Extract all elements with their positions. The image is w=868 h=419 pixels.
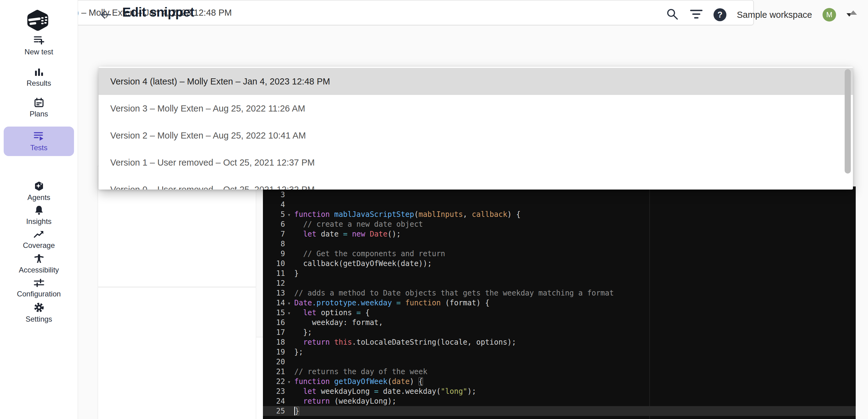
help-icon[interactable]: ? — [713, 8, 726, 21]
code-line-21[interactable]: 21// returns the day of the week — [263, 367, 856, 377]
dropdown-scrollbar[interactable] — [845, 69, 851, 174]
sidebar-item-agents[interactable]: Agents — [0, 181, 78, 202]
code-line-14[interactable]: 14▾Date.prototype.weekday = function (fo… — [263, 298, 856, 308]
sidebar-item-label: Agents — [27, 193, 50, 202]
code-line-12[interactable]: 12 — [263, 278, 856, 288]
code-line-13[interactable]: 13// adds a method to Date objects that … — [263, 288, 856, 298]
version-dropdown: Version 4 (latest) – Molly Exten – Jan 4… — [99, 67, 853, 189]
code-line-6[interactable]: 6 // create a new date object — [263, 219, 856, 229]
fold-arrow-icon[interactable]: ▾ — [287, 377, 290, 387]
plans-icon — [34, 98, 44, 108]
sidebar-item-tests[interactable]: Tests — [0, 131, 78, 152]
workspace-name[interactable]: Sample workspace — [737, 10, 812, 20]
mabl-logo-icon[interactable] — [26, 9, 50, 33]
sidebar-item-settings[interactable]: Settings — [0, 302, 78, 324]
line-number: 17 — [263, 327, 285, 337]
code-line-9[interactable]: 9 // Get the components and return — [263, 249, 856, 259]
line-number: 11 — [263, 268, 285, 278]
line-number: 24 — [263, 396, 285, 406]
version-option-1[interactable]: Version 1 – User removed – Oct 25, 2021 … — [99, 149, 853, 176]
code-line-25[interactable]: 25} — [263, 406, 856, 416]
code-text: }; — [294, 327, 312, 337]
code-text: } — [294, 268, 299, 278]
version-option-4[interactable]: Version 4 (latest) – Molly Exten – Jan 4… — [99, 68, 853, 95]
code-line-24[interactable]: 24 return (weekdayLong); — [263, 396, 856, 406]
code-line-17[interactable]: 17 }; — [263, 327, 856, 337]
line-number: 20 — [263, 357, 285, 367]
line-number: 8 — [263, 239, 285, 249]
code-line-23[interactable]: 23 let weekdayLong = date.weekday("long"… — [263, 386, 856, 396]
line-number: 19 — [263, 347, 285, 357]
code-line-16[interactable]: 16 weekday: format, — [263, 318, 856, 327]
code-line-22[interactable]: 22▾function getDayOfWeek(date) { — [263, 377, 856, 386]
version-select[interactable]: Version 4 (latest) – Molly Exten – Jan 4… — [0, 0, 754, 25]
sidebar-item-results[interactable]: Results — [0, 67, 78, 88]
new-test-icon — [34, 36, 44, 46]
back-button[interactable] — [98, 7, 113, 22]
code-text: // Get the components and return — [294, 249, 445, 259]
page-title: Edit snippet — [122, 5, 194, 20]
line-number: 4 — [263, 200, 285, 210]
sliders-icon — [34, 278, 44, 288]
sidebar-item-label: New test — [25, 48, 53, 56]
line-number: 13 — [263, 288, 285, 298]
code-text: let options = { — [294, 308, 370, 318]
line-number: 5 — [263, 210, 285, 219]
filter-icon[interactable] — [689, 9, 703, 21]
line-number: 18 — [263, 337, 285, 347]
results-icon — [34, 67, 44, 77]
fold-arrow-icon[interactable]: ▾ — [287, 298, 290, 308]
line-number: 22 — [263, 377, 285, 386]
sidebar: New test Results Plans Te — [0, 0, 78, 419]
version-option-3[interactable]: Version 3 – Molly Exten – Aug 25, 2022 1… — [99, 95, 853, 122]
code-line-3[interactable]: 3 — [263, 190, 856, 200]
sidebar-item-configuration[interactable]: Configuration — [0, 278, 78, 298]
code-text: Date.prototype.weekday = function (forma… — [294, 298, 490, 308]
code-line-5[interactable]: 5▾function mablJavaScriptStep(mablInputs… — [263, 210, 856, 219]
parameters-card: Parameters NAME DEFAULT — [98, 287, 256, 419]
code-line-20[interactable]: 20 — [263, 357, 856, 367]
code-line-18[interactable]: 18 return this.toLocaleDateString(locale… — [263, 337, 856, 347]
code-text: // adds a method to Date objects that ge… — [294, 288, 614, 298]
code-line-15[interactable]: 15▾ let options = { — [263, 308, 856, 318]
line-number: 21 — [263, 367, 285, 377]
code-line-10[interactable]: 10 callback(getDayOfWeek(date)); — [263, 259, 856, 268]
fold-arrow-icon[interactable]: ▾ — [287, 308, 290, 318]
code-line-19[interactable]: 19}; — [263, 347, 856, 357]
code-text: weekday: format, — [294, 318, 383, 327]
code-line-8[interactable]: 8 — [263, 239, 856, 249]
sidebar-item-plans[interactable]: Plans — [0, 98, 78, 118]
code-text: function getDayOfWeek(date) { — [294, 377, 423, 386]
code-text: function mablJavaScriptStep(mablInputs, … — [294, 210, 521, 219]
line-number: 16 — [263, 318, 285, 327]
sidebar-item-label: Settings — [26, 315, 52, 324]
sidebar-item-label: Tests — [30, 144, 47, 152]
sidebar-item-insights[interactable]: Insights — [0, 205, 78, 226]
header-actions: ? Sample workspace M — [665, 7, 852, 23]
sidebar-item-label: Coverage — [23, 241, 55, 250]
sidebar-item-label: Plans — [30, 110, 48, 118]
code-text: let date = new Date(); — [294, 229, 401, 239]
accessibility-icon — [34, 254, 44, 264]
code-text: return (weekdayLong); — [294, 396, 396, 406]
caret-up-icon — [849, 10, 857, 15]
code-editor[interactable]: 345▾function mablJavaScriptStep(mablInpu… — [263, 186, 856, 419]
gear-icon — [34, 302, 44, 313]
code-text: } — [294, 406, 299, 416]
code-line-4[interactable]: 4 — [263, 200, 856, 210]
sidebar-item-label: Insights — [26, 217, 52, 226]
search-icon[interactable] — [665, 7, 679, 22]
sidebar-item-new-test[interactable]: New test — [0, 36, 78, 56]
fold-arrow-icon[interactable]: ▾ — [287, 210, 290, 220]
agents-icon — [34, 181, 44, 191]
code-line-11[interactable]: 11} — [263, 268, 856, 278]
version-option-0[interactable]: Version 0 – User removed – Oct 25, 2021 … — [99, 176, 853, 189]
trend-up-icon — [34, 230, 44, 239]
sidebar-item-label: Configuration — [17, 290, 61, 298]
code-line-7[interactable]: 7 let date = new Date(); — [263, 229, 856, 239]
avatar[interactable]: M — [823, 8, 836, 22]
version-option-2[interactable]: Version 2 – Molly Exten – Aug 25, 2022 1… — [99, 122, 853, 149]
sidebar-item-coverage[interactable]: Coverage — [0, 230, 78, 250]
sidebar-item-accessibility[interactable]: Accessibility — [0, 254, 78, 274]
line-number: 15 — [263, 308, 285, 318]
